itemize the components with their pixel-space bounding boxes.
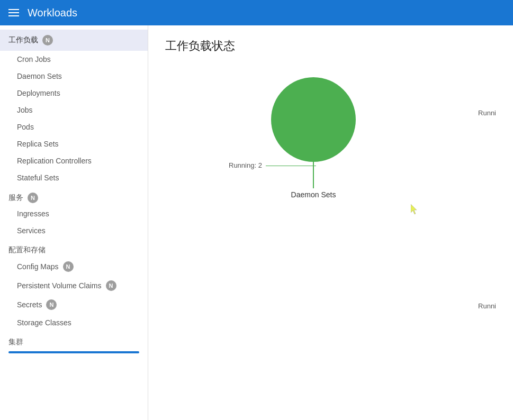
sidebar-item-services-label: Services	[17, 226, 46, 235]
running-label-right-top: Runni	[478, 109, 496, 117]
topbar: Workloads	[0, 0, 513, 25]
sidebar-item-jobs[interactable]: Jobs	[0, 102, 148, 118]
sidebar-item-secrets-label: Secrets	[17, 300, 42, 309]
sidebar-item-pvc-label: Persistent Volume Claims	[17, 281, 102, 290]
app-title: Workloads	[28, 7, 77, 19]
sidebar-item-storage-classes-label: Storage Classes	[17, 318, 71, 327]
sidebar-cluster-label: 集群	[8, 337, 23, 347]
bubble-horizontal-line	[266, 166, 316, 166]
running-label: Running: 2	[229, 161, 262, 169]
sidebar-item-ingresses[interactable]: Ingresses	[0, 205, 148, 222]
sidebar-services-badge: N	[28, 193, 38, 203]
sidebar-section-config: 配置和存储	[0, 239, 148, 257]
sidebar-item-replication-controllers-label: Replication Controllers	[17, 157, 92, 165]
sidebar-item-replication-controllers[interactable]: Replication Controllers	[0, 152, 148, 169]
sidebar-item-jobs-label: Jobs	[17, 106, 33, 114]
daemon-sets-bubble[interactable]	[271, 77, 356, 162]
sidebar-secrets-badge: N	[46, 299, 57, 310]
main-content: 工作负载状态 Running: 2 Daemon Sets Runni Runn…	[148, 25, 513, 420]
sidebar-item-replica-sets[interactable]: Replica Sets	[0, 135, 148, 152]
sidebar-config-label: 配置和存储	[8, 245, 46, 255]
page-title: 工作负载状态	[165, 38, 496, 54]
sidebar-item-replica-sets-label: Replica Sets	[17, 140, 59, 148]
sidebar-item-pvc[interactable]: Persistent Volume Claims N	[0, 276, 148, 295]
sidebar-item-deployments[interactable]: Deployments	[0, 85, 148, 102]
sidebar-cluster-indicator	[8, 351, 139, 353]
sidebar-item-config-maps[interactable]: Config Maps N	[0, 257, 148, 276]
sidebar-section-services[interactable]: 服务 N	[0, 186, 148, 205]
sidebar-config-maps-badge: N	[63, 261, 74, 272]
sidebar-item-stateful-sets-label: Stateful Sets	[17, 174, 59, 182]
sidebar-item-secrets[interactable]: Secrets N	[0, 295, 148, 314]
sidebar-item-pods-label: Pods	[17, 123, 34, 131]
svg-marker-0	[411, 204, 417, 214]
sidebar-item-stateful-sets[interactable]: Stateful Sets	[0, 169, 148, 186]
sidebar-item-storage-classes[interactable]: Storage Classes	[0, 314, 148, 331]
sidebar-services-label: 服务	[8, 193, 23, 203]
sidebar-item-cron-jobs[interactable]: Cron Jobs	[0, 51, 148, 68]
sidebar-item-cron-jobs-label: Cron Jobs	[17, 55, 51, 63]
sidebar-item-pods[interactable]: Pods	[0, 118, 148, 135]
sidebar-item-daemon-sets[interactable]: Daemon Sets	[0, 68, 148, 85]
sidebar: 工作负载 N Cron Jobs Daemon Sets Deployments…	[0, 25, 148, 420]
sidebar-item-config-maps-label: Config Maps	[17, 262, 59, 271]
sidebar-workloads-label: 工作负载	[8, 35, 38, 45]
sidebar-item-services[interactable]: Services	[0, 222, 148, 239]
bubble-name: Daemon Sets	[271, 190, 356, 199]
workload-status-chart: Running: 2 Daemon Sets Runni Runni	[165, 67, 496, 331]
running-label-right-bottom: Runni	[478, 302, 496, 310]
sidebar-item-deployments-label: Deployments	[17, 89, 60, 97]
hamburger-menu[interactable]	[8, 9, 19, 16]
sidebar-item-daemon-sets-label: Daemon Sets	[17, 72, 62, 80]
sidebar-section-workloads[interactable]: 工作负载 N	[0, 30, 148, 51]
layout: 工作负载 N Cron Jobs Daemon Sets Deployments…	[0, 25, 513, 420]
cursor-indicator	[411, 204, 419, 213]
sidebar-item-ingresses-label: Ingresses	[17, 209, 49, 218]
sidebar-pvc-badge: N	[106, 280, 116, 291]
sidebar-section-cluster[interactable]: 集群	[0, 331, 148, 349]
sidebar-workloads-badge: N	[42, 35, 53, 45]
